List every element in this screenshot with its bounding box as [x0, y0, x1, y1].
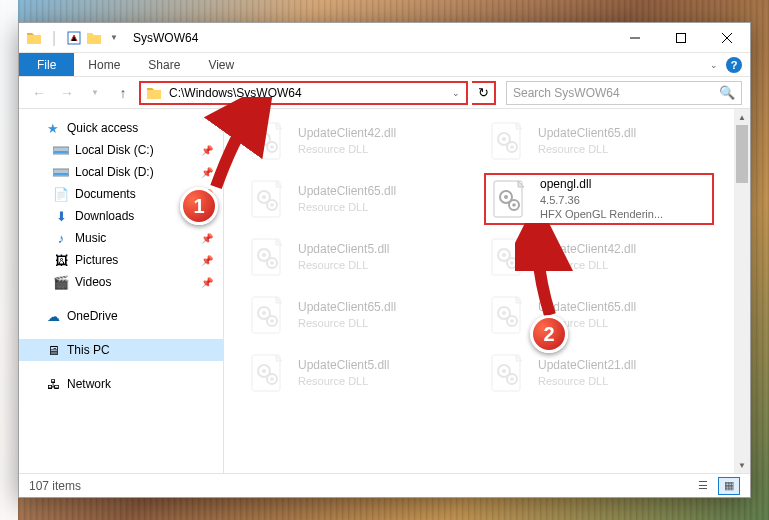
- svg-point-33: [502, 253, 506, 257]
- refresh-button[interactable]: ↻: [472, 81, 496, 105]
- onedrive-icon: ☁: [45, 308, 61, 324]
- dll-icon: [486, 235, 530, 279]
- nav-network[interactable]: 🖧Network: [19, 373, 223, 395]
- back-button[interactable]: ←: [27, 81, 51, 105]
- file-detail: Resource DLL: [538, 258, 636, 272]
- file-item[interactable]: UpdateClient21.dllResource DLL: [484, 347, 714, 399]
- file-name: UpdateClient65.dll: [298, 184, 396, 200]
- pin-icon: 📌: [201, 277, 213, 288]
- window-title: SysWOW64: [133, 31, 198, 45]
- tab-home[interactable]: Home: [74, 53, 134, 76]
- file-item[interactable]: UpdateClient65.dllResource DLL: [244, 173, 474, 225]
- svg-point-40: [270, 319, 274, 323]
- svg-point-28: [262, 253, 266, 257]
- file-item[interactable]: UpdateClient65.dllResource DLL: [484, 289, 714, 341]
- svg-point-18: [262, 195, 266, 199]
- scroll-thumb[interactable]: [736, 125, 748, 183]
- network-icon: 🖧: [45, 376, 61, 392]
- nav-music[interactable]: ♪Music📌: [19, 227, 223, 249]
- file-item[interactable]: UpdateClient42.dllResource DLL: [484, 231, 714, 283]
- scroll-up-icon[interactable]: ▲: [734, 109, 750, 125]
- search-placeholder: Search SysWOW64: [513, 86, 719, 100]
- nav-onedrive[interactable]: ☁OneDrive: [19, 305, 223, 327]
- file-item[interactable]: UpdateClient42.dllResource DLL: [244, 115, 474, 167]
- svg-point-13: [502, 137, 506, 141]
- divider-icon: |: [45, 29, 63, 47]
- address-input[interactable]: C:\Windows\SysWOW64 ⌄: [139, 81, 468, 105]
- annotation-marker-1: 1: [180, 187, 218, 225]
- drive-icon: [53, 164, 69, 180]
- help-icon[interactable]: ?: [726, 57, 742, 73]
- nav-local-disk-d[interactable]: Local Disk (D:)📌: [19, 161, 223, 183]
- file-detail: 4.5.7.36: [540, 193, 663, 207]
- file-name: UpdateClient42.dll: [538, 242, 636, 258]
- address-text: C:\Windows\SysWOW64: [167, 86, 446, 100]
- dll-icon: [246, 293, 290, 337]
- status-bar: 107 items ☰ ▦: [19, 473, 750, 497]
- tab-share[interactable]: Share: [134, 53, 194, 76]
- props-icon[interactable]: [65, 29, 83, 47]
- qat-dropdown-icon[interactable]: ▼: [105, 29, 123, 47]
- drive-icon: [53, 142, 69, 158]
- tab-view[interactable]: View: [194, 53, 248, 76]
- file-detail: Resource DLL: [538, 142, 636, 156]
- item-count: 107 items: [29, 479, 81, 493]
- file-view[interactable]: UpdateClient42.dllResource DLLUpdateClie…: [224, 109, 750, 473]
- file-item[interactable]: UpdateClient65.dllResource DLL: [484, 115, 714, 167]
- svg-point-10: [270, 145, 274, 149]
- svg-point-30: [270, 261, 274, 265]
- tiles-view-button[interactable]: ▦: [718, 477, 740, 495]
- annotation-marker-2: 2: [530, 315, 568, 353]
- file-detail: Resource DLL: [298, 258, 389, 272]
- nav-videos[interactable]: 🎬Videos📌: [19, 271, 223, 293]
- dll-icon: [488, 177, 532, 221]
- forward-button[interactable]: →: [55, 81, 79, 105]
- minimize-button[interactable]: [612, 23, 658, 53]
- pin-icon: 📌: [201, 167, 213, 178]
- dll-icon: [246, 177, 290, 221]
- file-item[interactable]: UpdateClient5.dllResource DLL: [244, 231, 474, 283]
- dll-icon: [486, 293, 530, 337]
- file-detail: Resource DLL: [298, 142, 396, 156]
- address-dropdown-icon[interactable]: ⌄: [446, 88, 466, 98]
- ribbon-expand-icon[interactable]: ⌄: [710, 60, 718, 70]
- documents-icon: 📄: [53, 186, 69, 202]
- recent-dropdown[interactable]: ▼: [83, 81, 107, 105]
- maximize-button[interactable]: [658, 23, 704, 53]
- file-item[interactable]: UpdateClient5.dllResource DLL: [244, 347, 474, 399]
- close-button[interactable]: [704, 23, 750, 53]
- dll-icon: [486, 119, 530, 163]
- svg-point-45: [510, 319, 514, 323]
- file-name: opengl.dll: [540, 177, 663, 193]
- svg-point-50: [270, 377, 274, 381]
- scrollbar[interactable]: ▲ ▼: [734, 109, 750, 473]
- details-view-button[interactable]: ☰: [692, 477, 714, 495]
- nav-pictures[interactable]: 🖼Pictures📌: [19, 249, 223, 271]
- file-name: UpdateClient65.dll: [538, 126, 636, 142]
- file-detail: HFX OpenGL Renderin...: [540, 207, 663, 221]
- ribbon-tabs: File Home Share View ⌄ ?: [19, 53, 750, 77]
- file-item[interactable]: UpdateClient65.dllResource DLL: [244, 289, 474, 341]
- dll-icon: [246, 119, 290, 163]
- new-folder-icon[interactable]: [85, 29, 103, 47]
- file-item-opengl[interactable]: opengl.dll4.5.7.36HFX OpenGL Renderin...: [484, 173, 714, 225]
- pc-icon: 🖥: [45, 342, 61, 358]
- file-detail: Resource DLL: [298, 374, 389, 388]
- search-input[interactable]: Search SysWOW64 🔍: [506, 81, 742, 105]
- music-icon: ♪: [53, 230, 69, 246]
- file-detail: Resource DLL: [298, 316, 396, 330]
- folder-icon: [25, 29, 43, 47]
- svg-rect-3: [54, 151, 68, 153]
- tab-file[interactable]: File: [19, 53, 74, 76]
- up-button[interactable]: ↑: [111, 81, 135, 105]
- scroll-down-icon[interactable]: ▼: [734, 457, 750, 473]
- nav-local-disk-c[interactable]: Local Disk (C:)📌: [19, 139, 223, 161]
- nav-this-pc[interactable]: 🖥This PC: [19, 339, 223, 361]
- svg-point-25: [512, 203, 516, 207]
- file-name: UpdateClient5.dll: [298, 358, 389, 374]
- file-detail: Resource DLL: [538, 374, 636, 388]
- address-bar: ← → ▼ ↑ C:\Windows\SysWOW64 ⌄ ↻ Search S…: [19, 77, 750, 109]
- nav-quick-access[interactable]: ★Quick access: [19, 117, 223, 139]
- titlebar[interactable]: | ▼ SysWOW64: [19, 23, 750, 53]
- navigation-pane: ★Quick access Local Disk (C:)📌 Local Dis…: [19, 109, 224, 473]
